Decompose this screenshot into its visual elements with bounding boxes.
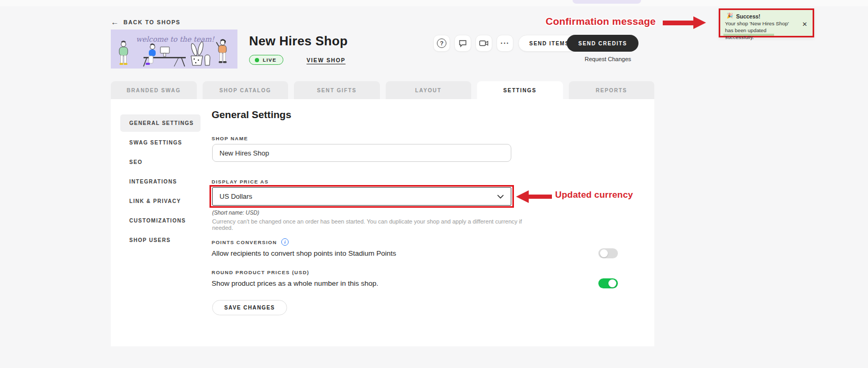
shop-name-label: SHOP NAME [212,135,248,141]
success-toast: 🎉 Success! Your shop 'New Hires Shop' ha… [719,8,814,37]
sidebar-item-link-privacy[interactable]: LINK & PRIVACY [120,192,201,210]
live-dot-icon [255,58,259,62]
currency-note: Currency can't be changed once an order … [212,218,528,231]
back-arrow-icon: ← [111,17,119,26]
annotation-arrow-right-head [693,16,706,29]
sidebar-item-integrations[interactable]: INTEGRATIONS [120,173,201,190]
sidebar-item-general-settings[interactable]: GENERAL SETTINGS [120,114,201,132]
toast-progress-bar [723,34,774,36]
sidebar-item-customizations[interactable]: CUSTOMIZATIONS [120,212,201,229]
page-title: New Hires Shop [249,34,348,49]
help-button[interactable]: ? [433,35,450,52]
annotation-updated-currency: Updated currency [555,190,633,200]
tab-bar: BRANDED SWAG SHOP CATALOG SENT GIFTS LAY… [111,81,654,99]
display-price-select[interactable]: US Dollars [212,187,511,206]
video-camera-icon [479,40,489,47]
sidebar-item-swag-settings[interactable]: SWAG SETTINGS [120,134,201,151]
toast-message: Your shop 'New Hires Shop' has been upda… [725,21,791,41]
shop-settings-page: ← BACK TO SHOPS welcome to the team! [0,0,868,368]
top-glow-decoration [573,0,641,4]
info-icon[interactable]: i [281,238,289,246]
shop-banner-image: welcome to the team! [111,30,237,69]
tab-settings[interactable]: SETTINGS [477,81,563,99]
sidebar-item-shop-users[interactable]: SHOP USERS [120,231,201,249]
toggle-knob [600,249,608,257]
chevron-down-icon [497,192,504,200]
annotation-arrow-right [663,21,693,25]
ellipsis-icon: ··· [501,39,510,47]
request-changes-link[interactable]: Request Changes [585,56,631,62]
points-conversion-label: POINTS CONVERSION [212,239,277,245]
chat-button[interactable] [454,35,471,52]
settings-card: GENERAL SETTINGS SWAG SETTINGS SEO INTEG… [111,99,654,346]
status-badge-live: LIVE [249,55,283,65]
question-mark-icon: ? [437,38,446,48]
sidebar-item-seo[interactable]: SEO [120,153,201,171]
more-options-button[interactable]: ··· [497,35,513,52]
top-strip [0,0,868,6]
annotation-arrow-left-bar [529,195,552,199]
points-conversion-toggle[interactable] [598,248,618,258]
send-credits-button[interactable]: SEND CREDITS [567,35,638,52]
banner-text: welcome to the team! [136,35,215,43]
view-shop-link[interactable]: VIEW SHOP [307,57,346,63]
annotation-confirmation-message: Confirmation message [546,16,656,27]
party-popper-icon: 🎉 [727,13,733,18]
tab-branded-swag[interactable]: BRANDED SWAG [111,81,197,99]
save-changes-button[interactable]: SAVE CHANGES [212,300,287,315]
round-prices-description: Show product prices as a whole number in… [212,279,378,287]
close-icon[interactable]: ✕ [802,21,807,28]
settings-sidebar: GENERAL SETTINGS SWAG SETTINGS SEO INTEG… [120,114,201,251]
tab-sent-gifts[interactable]: SENT GIFTS [294,81,380,99]
round-prices-label: ROUND PRODUCT PRICES (USD) [212,269,309,275]
tab-shop-catalog[interactable]: SHOP CATALOG [203,81,289,99]
back-link-label: BACK TO SHOPS [123,19,180,25]
round-prices-toggle[interactable] [598,278,618,288]
section-heading: General Settings [212,109,291,121]
display-price-label: DISPLAY PRICE AS [212,179,269,185]
back-to-shops-link[interactable]: ← BACK TO SHOPS [111,17,180,26]
shop-name-input[interactable] [212,144,511,162]
chat-bubble-icon [459,39,467,47]
annotation-arrow-left-head [516,190,529,203]
toast-title: Success! [736,13,760,20]
live-badge-label: LIVE [263,57,276,63]
tab-layout[interactable]: LAYOUT [386,81,472,99]
currency-short-name: (Short name: USD) [212,209,259,216]
points-conversion-description: Allow recipients to convert shop points … [212,249,396,257]
toggle-knob [608,279,616,287]
banner-illustration: welcome to the team! [111,30,237,69]
tab-reports[interactable]: REPORTS [569,81,655,99]
display-price-value: US Dollars [220,192,252,200]
video-button[interactable] [475,35,492,52]
